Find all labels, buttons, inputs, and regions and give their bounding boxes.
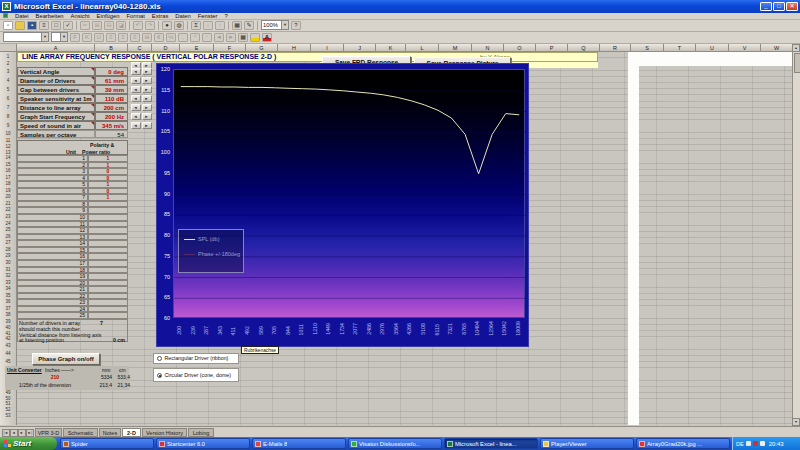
column-header-M[interactable]: M: [439, 44, 472, 52]
power-ratio-cell[interactable]: [88, 240, 128, 247]
row-header-6[interactable]: 6: [0, 94, 16, 103]
row-header-9[interactable]: 9: [0, 121, 16, 130]
phase-graph-toggle-button[interactable]: Phase Graph on/off: [32, 353, 100, 365]
tray-app-icon[interactable]: [753, 441, 758, 446]
spinner-left-icon-param7[interactable]: ◄: [131, 122, 141, 130]
row-header-37[interactable]: 37: [0, 306, 16, 313]
sheet-tab-lobing[interactable]: Lobing: [188, 428, 214, 437]
column-header-N[interactable]: N: [472, 44, 504, 52]
column-header-J[interactable]: J: [344, 44, 376, 52]
power-ratio-cell[interactable]: [88, 267, 128, 274]
taskbar-button[interactable]: Startcenter 6.0: [156, 438, 250, 449]
taskbar-button[interactable]: Array0Grad20k.jpg ...: [636, 438, 730, 449]
spinner-left-icon-param3[interactable]: ◄: [131, 86, 141, 94]
sort-asc-icon[interactable]: ↓: [203, 21, 213, 30]
parameter-value[interactable]: 39 mm: [95, 85, 128, 94]
chevron-down-icon[interactable]: ▼: [60, 33, 67, 41]
row-header-34[interactable]: 34: [0, 286, 16, 293]
row-header-10[interactable]: 10: [0, 130, 16, 138]
tray-app-icon-2[interactable]: [760, 441, 765, 446]
parameter-value[interactable]: 61 mm: [95, 76, 128, 85]
menu-item-?[interactable]: ?: [224, 13, 227, 19]
tab-first-icon[interactable]: |◄: [2, 429, 10, 437]
power-ratio-cell[interactable]: [88, 207, 128, 214]
align-right-icon[interactable]: ≡: [130, 33, 140, 42]
column-header-F[interactable]: F: [214, 44, 246, 52]
sheet-tab-notes[interactable]: Notes: [99, 428, 121, 437]
drawing-icon[interactable]: ✎: [244, 21, 254, 30]
parameter-value[interactable]: 110 dB: [95, 94, 128, 103]
row-header-36[interactable]: 36: [0, 299, 16, 306]
vertical-scrollbar[interactable]: ▲ ▼: [792, 44, 800, 426]
undo-icon[interactable]: ↶: [133, 21, 143, 30]
format-painter-icon[interactable]: ◪: [116, 21, 126, 30]
power-ratio-cell[interactable]: 1: [88, 162, 128, 169]
column-header-V[interactable]: V: [729, 44, 761, 52]
row-header-8[interactable]: 8: [0, 112, 16, 121]
row-header-22[interactable]: 22: [0, 207, 16, 214]
chart-legend[interactable]: SPL (db)Phase +/-180deg: [178, 229, 244, 273]
currency-icon[interactable]: €: [154, 33, 164, 42]
column-header-P[interactable]: P: [536, 44, 568, 52]
hyperlink-icon[interactable]: ●: [162, 21, 172, 30]
open-icon[interactable]: [15, 21, 25, 30]
autosum-icon[interactable]: Σ: [191, 21, 201, 30]
radio-button-icon[interactable]: [157, 356, 162, 361]
row-header-31[interactable]: 31: [0, 267, 16, 274]
power-ratio-cell[interactable]: [88, 312, 128, 319]
spinner-left-icon-param2[interactable]: ◄: [131, 77, 141, 85]
power-ratio-cell[interactable]: 0: [88, 175, 128, 182]
comma-icon[interactable]: ,: [178, 33, 188, 42]
font-name-combo[interactable]: ▼: [3, 32, 49, 42]
align-left-icon[interactable]: ≡: [106, 33, 116, 42]
language-indicator[interactable]: DE: [736, 441, 744, 447]
power-ratio-cell[interactable]: 1: [88, 181, 128, 188]
row-header-53[interactable]: 53: [0, 413, 16, 419]
column-header-D[interactable]: D: [152, 44, 180, 52]
row-header-38[interactable]: 38: [0, 312, 16, 319]
spinner-left-icon-param4[interactable]: ◄: [131, 95, 141, 103]
cut-icon[interactable]: ✂: [80, 21, 90, 30]
column-header-I[interactable]: I: [311, 44, 344, 52]
tab-prev-icon[interactable]: ◄: [10, 429, 18, 437]
row-header-1[interactable]: 1: [0, 52, 16, 61]
power-ratio-cell[interactable]: [88, 286, 128, 293]
row-header-45[interactable]: 45: [0, 358, 16, 366]
inches-input-value[interactable]: 210: [43, 374, 59, 380]
row-header-27[interactable]: 27: [0, 240, 16, 247]
column-header-A[interactable]: A: [17, 44, 95, 52]
power-ratio-cell[interactable]: [88, 253, 128, 260]
radio-button-icon[interactable]: [157, 373, 162, 378]
column-header-T[interactable]: T: [664, 44, 696, 52]
row-header-30[interactable]: 30: [0, 260, 16, 267]
column-header-L[interactable]: L: [406, 44, 439, 52]
print-preview-icon[interactable]: □: [51, 21, 61, 30]
power-ratio-cell[interactable]: [88, 293, 128, 300]
zoom-combo[interactable]: 100%▼: [261, 20, 289, 30]
row-header-16[interactable]: 16: [0, 168, 16, 175]
redo-icon[interactable]: ↷: [145, 21, 155, 30]
row-header-18[interactable]: 18: [0, 181, 16, 188]
decrease-indent-icon[interactable]: ◄: [214, 33, 224, 42]
paste-icon[interactable]: ⊟: [104, 21, 114, 30]
row-header-7[interactable]: 7: [0, 103, 16, 112]
power-ratio-cell[interactable]: [88, 299, 128, 306]
column-header-K[interactable]: K: [376, 44, 406, 52]
parameter-value[interactable]: 200 cm: [95, 103, 128, 112]
menu-item-extras[interactable]: Extras: [152, 13, 168, 19]
sheet-tab-vpr-3-d[interactable]: VPR 3-D: [35, 428, 62, 437]
spelling-icon[interactable]: ✓: [63, 21, 73, 30]
menu-item-einfgen[interactable]: Einfügen: [97, 13, 120, 19]
row-header-43[interactable]: 43: [0, 342, 16, 350]
taskbar-button[interactable]: Spider: [60, 438, 154, 449]
fill-color-icon[interactable]: [250, 33, 260, 42]
copy-icon[interactable]: ⊞: [92, 21, 102, 30]
row-header-23[interactable]: 23: [0, 214, 16, 221]
italic-icon[interactable]: K: [82, 33, 92, 42]
bold-icon[interactable]: F: [70, 33, 80, 42]
new-icon[interactable]: ▫: [3, 21, 13, 30]
column-header-O[interactable]: O: [504, 44, 536, 52]
row-header-19[interactable]: 19: [0, 188, 16, 195]
maximize-button[interactable]: □: [773, 2, 785, 11]
column-header-B[interactable]: B: [95, 44, 128, 52]
